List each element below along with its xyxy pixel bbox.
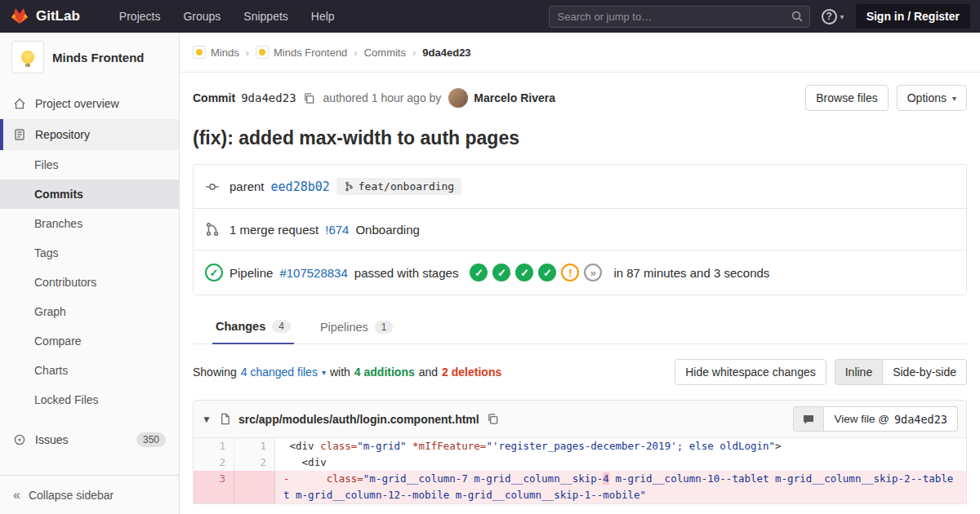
project-avatar [11,41,44,73]
pipeline-status-text: passed with stages [354,266,459,280]
sidebar-item-compare[interactable]: Compare [0,326,179,356]
project-avatar-icon [256,46,269,59]
repository-subnav: FilesCommitsBranchesTagsContributorsGrap… [0,150,179,414]
sidebar-item-commits[interactable]: Commits [0,179,179,209]
nav-menu-item-groups[interactable]: Groups [172,0,232,33]
tab-changes[interactable]: Changes 4 [212,313,294,344]
collapse-file-chevron-icon[interactable]: ▼ [202,414,212,425]
file-icon [219,413,231,425]
breadcrumb-item-minds[interactable]: Minds [193,46,239,59]
copy-sha-button[interactable] [303,92,315,104]
project-context-header[interactable]: Minds Frontend [0,33,179,82]
navbar-menu: ProjectsGroupsSnippetsHelp [108,0,346,33]
project-avatar-icon [193,46,206,59]
new-line-number[interactable]: 2 [234,454,275,471]
hide-whitespace-button[interactable]: Hide whitespace changes [675,359,826,385]
home-icon [13,97,26,110]
sidebar-item-branches[interactable]: Branches [0,209,179,238]
sign-in-button[interactable]: Sign in / Register [856,4,970,29]
tab-pipelines[interactable]: Pipelines 1 [317,313,397,343]
search-input[interactable] [549,6,810,28]
sidebar-item-graph[interactable]: Graph [0,297,179,326]
search-icon[interactable] [791,10,804,23]
code-segment: *mIfFeature= [412,440,486,452]
nav-menu-item-projects[interactable]: Projects [108,0,172,33]
sidebar-item-repository[interactable]: Repository [0,119,179,150]
code-segment: > [775,440,782,452]
pipeline-stage-warning-icon[interactable]: ! [561,264,579,281]
comment-icon [802,413,815,426]
chevron-double-left-icon: « [13,488,20,503]
author-name[interactable]: Marcelo Rivera [474,91,555,104]
sidebar-item-contributors[interactable]: Contributors [0,268,179,297]
pipeline-link[interactable]: #107528834 [279,266,347,280]
nav-menu-item-help[interactable]: Help [300,0,346,33]
breadcrumb-item-minds-frontend[interactable]: Minds Frontend [256,46,347,59]
gitlab-home-link[interactable]: GitLab [10,7,80,26]
pipeline-stage-passed-icon[interactable]: ✓ [515,264,533,281]
project-name: Minds Frontend [52,51,145,64]
sidebar-item-project-overview[interactable]: Project overview [0,88,179,119]
changed-files-dropdown[interactable]: 4 changed files ▾ [241,366,326,379]
help-menu[interactable]: ? ▾ [822,9,844,24]
diff-marker [283,456,290,468]
code-line: - class="m-grid__column-7 m-grid__column… [275,471,966,503]
pipeline-status-icon[interactable]: ✓ [205,264,223,281]
author-avatar[interactable] [448,88,468,108]
sidebar-item-files[interactable]: Files [0,150,179,179]
collapse-sidebar-button[interactable]: « Collapse sidebar [0,475,179,514]
view-file-button[interactable]: View file @ 9da4ed23 [824,406,958,432]
merge-request-link[interactable]: !674 [325,223,349,237]
options-dropdown-button[interactable]: Options▾ [897,85,967,111]
sidebar-item-issues[interactable]: Issues 350 [0,424,179,455]
old-line-number[interactable]: 1 [194,438,234,454]
file-comment-button[interactable] [793,406,824,432]
pipeline-stage-passed-icon[interactable]: ✓ [492,264,510,281]
pipeline-label: Pipeline [229,266,273,280]
brand-name: GitLab [36,8,80,24]
pipeline-stage-skipped-icon[interactable]: » [584,264,602,281]
pipeline-stage-passed-icon[interactable]: ✓ [538,264,556,281]
chevron-down-icon: ▾ [840,12,844,21]
code-line: <div class="m-grid" *mIfFeature="'regist… [275,438,966,454]
breadcrumb-separator: › [354,47,357,59]
branch-ref-chip[interactable]: feat/onboarding [336,178,461,195]
breadcrumb-label: 9da4ed23 [422,47,470,59]
top-navbar: GitLab ProjectsGroupsSnippetsHelp ? ▾ Si… [0,0,980,33]
copy-file-path-button[interactable] [487,413,499,425]
new-line-number[interactable]: 1 [234,438,275,454]
breadcrumb-item-9da4ed23[interactable]: 9da4ed23 [422,47,470,59]
code-segment [290,472,327,485]
browse-files-button[interactable]: Browse files [805,85,888,111]
breadcrumb-separator: › [246,47,249,59]
file-actions: View file @ 9da4ed23 [793,406,958,432]
breadcrumb-item-commits[interactable]: Commits [364,47,406,59]
deletions-count: 2 deletions [442,366,501,379]
sidebar-item-label: Project overview [35,97,119,110]
sidebar-item-charts[interactable]: Charts [0,356,179,385]
old-line-number[interactable]: 2 [194,454,234,471]
file-diff-header: ▼ src/app/modules/auth/login.component.h… [194,401,966,438]
file-path[interactable]: src/app/modules/auth/login.component.htm… [238,413,479,426]
diff-marker: - [283,472,290,485]
with-label: with [330,366,350,379]
main-content: Minds›Minds Frontend›Commits›9da4ed23 Co… [180,33,980,514]
breadcrumb-label: Minds [211,47,239,59]
side-by-side-view-button[interactable]: Side-by-side [883,359,967,385]
parent-sha-link[interactable]: eed28b02 [271,179,330,194]
old-line-number[interactable]: 3 [194,471,234,503]
sidebar-item-tags[interactable]: Tags [0,238,179,268]
inline-view-button[interactable]: Inline [835,359,883,385]
new-line-number[interactable] [234,471,275,503]
diff-view-controls: Hide whitespace changes Inline Side-by-s… [675,359,967,385]
nav-menu-item-snippets[interactable]: Snippets [232,0,299,33]
pipeline-duration: in 87 minutes and 3 seconds [613,266,769,280]
branch-name: feat/onboarding [359,180,454,193]
additions-count: 4 additions [354,366,415,379]
project-sidebar: Minds Frontend Project overview Reposito… [0,33,180,514]
sidebar-item-locked-files[interactable]: Locked Files [0,385,179,414]
diff-row: 22 <div [194,454,966,471]
help-icon: ? [822,9,837,24]
pipeline-stage-passed-icon[interactable]: ✓ [470,264,488,281]
commit-meta-row: Commit 9da4ed23 authored 1 hour ago by M… [193,85,967,111]
